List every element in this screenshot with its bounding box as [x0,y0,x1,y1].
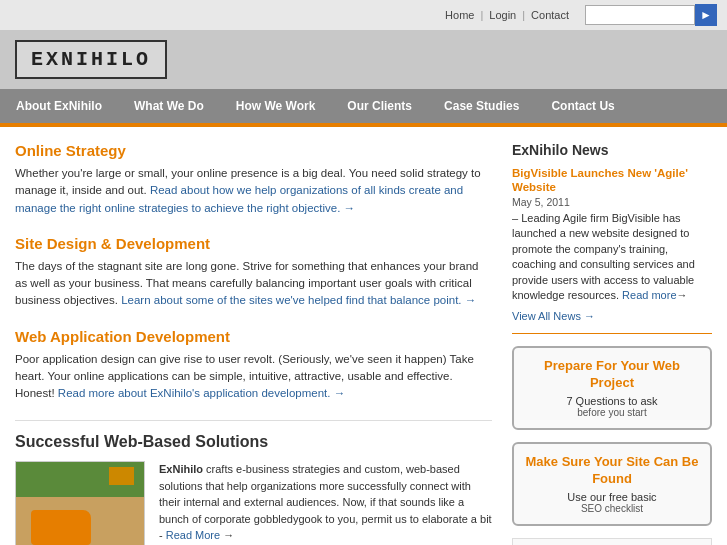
cta-box-2[interactable]: Make Sure Your Site Can Be Found Use our… [512,442,712,526]
nav-bar: About ExNihilo What We Do How We Work Ou… [0,89,727,123]
webapp-section: Web Application Development Poor applica… [15,328,492,403]
cta2-title: Make Sure Your Site Can Be Found [524,454,700,488]
sep1: | [480,9,483,21]
home-link[interactable]: Home [445,9,474,21]
bottom-company: ExNihilo [159,463,203,475]
news-heading: ExNihilo News [512,142,712,158]
site-design-section: Site Design & Development The days of th… [15,235,492,310]
bottom-content: ExNihilo crafts e-business strategies an… [15,461,492,545]
login-link[interactable]: Login [489,9,516,21]
bottom-section: Successful Web-Based Solutions ExNihilo … [15,420,492,545]
site-design-body: The days of the stagnant site are long g… [15,258,492,310]
logo[interactable]: EXNIHILO [15,40,167,79]
webapp-title: Web Application Development [15,328,492,345]
cta-box-1[interactable]: Prepare For Your Web Project 7 Questions… [512,346,712,430]
top-bar: Home | Login | Contact ► [0,0,727,30]
bottom-text: ExNihilo crafts e-business strategies an… [159,461,492,545]
cta1-sub: 7 Questions to ask [524,395,700,407]
logo-bar: EXNIHILO [0,30,727,89]
news-date: May 5, 2011 [512,196,712,208]
search-button[interactable]: ► [695,4,717,26]
news-title: BigVisible Launches New 'Agile' Website [512,166,712,194]
cta2-sub: Use our free basic [524,491,700,503]
social-box: Sign Up Create an account or log in to s… [512,538,712,545]
online-strategy-body: Whether you're large or small, your onli… [15,165,492,217]
nav-about[interactable]: About ExNihilo [0,89,118,123]
news-body: – Leading Agile firm BigVisible has laun… [512,211,712,303]
flag-graphic [109,467,134,485]
online-strategy-section: Online Strategy Whether you're large or … [15,142,492,217]
nav-cases[interactable]: Case Studies [428,89,535,123]
thumb-inner [16,462,144,545]
left-column: Online Strategy Whether you're large or … [15,142,492,545]
online-strategy-title: Online Strategy [15,142,492,159]
nav-how[interactable]: How We Work [220,89,332,123]
search-input[interactable] [585,5,695,25]
news-title-link[interactable]: BigVisible Launches New 'Agile' Website [512,167,688,193]
nav-contact[interactable]: Contact Us [535,89,630,123]
site-design-title: Site Design & Development [15,235,492,252]
nav-clients[interactable]: Our Clients [331,89,428,123]
tractor-graphic [31,510,91,545]
search-box-wrap: ► [585,4,717,26]
news-read-more[interactable]: Read more [622,289,676,301]
contact-link[interactable]: Contact [531,9,569,21]
webapp-body: Poor application design can give rise to… [15,351,492,403]
view-all-news[interactable]: View All News [512,310,595,322]
cta2-sub2: SEO checklist [524,503,700,514]
nav-what[interactable]: What We Do [118,89,220,123]
main-content: Online Strategy Whether you're large or … [0,127,727,545]
online-strategy-arrow[interactable] [344,202,356,214]
right-column: ExNihilo News BigVisible Launches New 'A… [512,142,712,545]
webapp-arrow[interactable] [334,387,346,399]
thumbnail [15,461,145,545]
webapp-link[interactable]: Read more about ExNihilo's application d… [58,387,331,399]
right-separator [512,333,712,334]
read-more-link[interactable]: Read More [166,529,220,541]
cta1-title: Prepare For Your Web Project [524,358,700,392]
bottom-heading: Successful Web-Based Solutions [15,433,492,451]
site-design-arrow[interactable] [465,294,477,306]
site-design-link[interactable]: Learn about some of the sites we've help… [121,294,461,306]
sep2: | [522,9,525,21]
cta1-sub2: before you start [524,407,700,418]
